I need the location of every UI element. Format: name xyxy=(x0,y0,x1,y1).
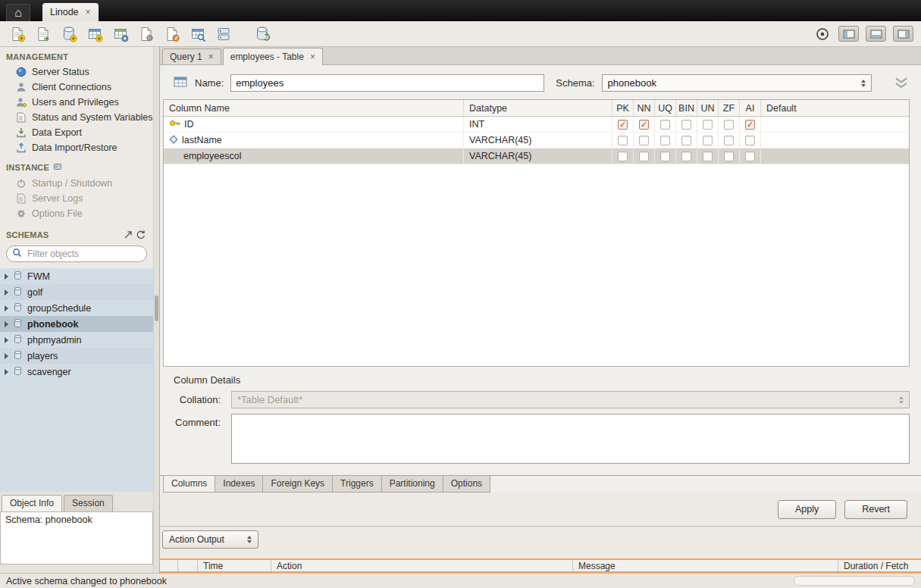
col-header-ai[interactable]: AI xyxy=(740,100,761,116)
uq-checkbox[interactable] xyxy=(660,136,670,145)
create-view-icon[interactable] xyxy=(111,24,130,44)
expander-icon[interactable] xyxy=(5,353,8,359)
uq-checkbox[interactable] xyxy=(660,120,670,130)
zf-checkbox[interactable] xyxy=(724,120,734,130)
column-row-id[interactable]: ID INT xyxy=(164,117,909,133)
pk-checkbox[interactable] xyxy=(618,136,628,145)
schema-item-fwm[interactable]: FWM xyxy=(0,268,153,284)
subtab-foreign-keys[interactable]: Foreign Keys xyxy=(262,476,333,493)
expander-icon[interactable] xyxy=(5,274,8,280)
col-header-bin[interactable]: BIN xyxy=(676,100,697,116)
sidebar-item-options-file[interactable]: Options File xyxy=(0,206,153,221)
create-procedure-icon[interactable] xyxy=(136,24,155,44)
subtab-partitioning[interactable]: Partitioning xyxy=(381,476,443,493)
schema-item-golf[interactable]: golf xyxy=(0,284,153,300)
col-header-zf[interactable]: ZF xyxy=(719,100,740,116)
col-header-un[interactable]: UN xyxy=(697,100,719,116)
output-col-message[interactable]: Message xyxy=(573,560,838,571)
schema-item-groupschedule[interactable]: groupSchedule xyxy=(0,300,153,316)
col-header-nn[interactable]: NN xyxy=(634,100,655,116)
sidebar-item-startup-shutdown[interactable]: Startup / Shutdown xyxy=(0,176,153,191)
close-icon[interactable]: × xyxy=(208,52,214,61)
tab-employees-table[interactable]: employees - Table × xyxy=(223,48,323,65)
expander-icon[interactable] xyxy=(5,369,8,375)
table-name-input[interactable] xyxy=(230,74,544,92)
col-header-uq[interactable]: UQ xyxy=(655,100,676,116)
col-header-name[interactable]: Column Name xyxy=(164,100,464,116)
schema-select[interactable]: phonebook xyxy=(602,74,872,92)
pk-checkbox[interactable] xyxy=(618,120,628,130)
ai-checkbox[interactable] xyxy=(745,136,755,145)
nn-checkbox[interactable] xyxy=(639,136,649,145)
create-function-icon[interactable]: f xyxy=(162,24,181,44)
grid-empty-area[interactable] xyxy=(164,164,909,366)
open-sql-script-icon[interactable] xyxy=(33,24,52,44)
home-tab-button[interactable]: ⌂ xyxy=(6,4,30,21)
toggle-bottom-panel-button[interactable] xyxy=(866,26,886,42)
column-default[interactable] xyxy=(761,149,909,164)
sidebar-item-data-export[interactable]: Data Export xyxy=(0,125,153,140)
column-datatype[interactable]: INT xyxy=(464,117,612,132)
subtab-indexes[interactable]: Indexes xyxy=(215,476,263,493)
column-datatype[interactable]: VARCHAR(45) xyxy=(464,149,612,164)
tab-session[interactable]: Session xyxy=(64,495,113,511)
schema-filter-input[interactable] xyxy=(26,248,141,260)
nn-checkbox[interactable] xyxy=(639,120,649,130)
expander-icon[interactable] xyxy=(5,305,8,311)
schema-item-scavenger[interactable]: scavenger xyxy=(0,364,153,380)
create-schema-icon[interactable] xyxy=(59,24,78,44)
column-row-lastname[interactable]: lastName VARCHAR(45) xyxy=(164,133,909,149)
un-checkbox[interactable] xyxy=(703,136,713,145)
tab-object-info[interactable]: Object Info xyxy=(2,495,62,511)
refresh-schemas-icon[interactable] xyxy=(134,229,147,240)
comment-textarea[interactable] xyxy=(231,414,910,464)
pk-checkbox[interactable] xyxy=(618,152,628,161)
nn-checkbox[interactable] xyxy=(639,152,649,161)
sidebar-item-client-connections[interactable]: Client Connections xyxy=(0,80,153,95)
reconnect-dbms-icon[interactable] xyxy=(252,24,271,44)
tab-query-1[interactable]: Query 1 × xyxy=(162,48,221,64)
schema-item-players[interactable]: players xyxy=(0,348,153,364)
column-datatype[interactable]: VARCHAR(45) xyxy=(464,133,612,148)
subtab-options[interactable]: Options xyxy=(443,476,490,493)
create-table-icon[interactable] xyxy=(85,24,104,44)
toggle-left-sidebar-button[interactable] xyxy=(838,26,859,42)
expand-schemas-icon[interactable] xyxy=(121,229,134,240)
output-col-time[interactable]: Time xyxy=(198,560,271,571)
col-header-datatype[interactable]: Datatype xyxy=(464,100,612,116)
expander-icon[interactable] xyxy=(5,321,8,327)
un-checkbox[interactable] xyxy=(703,152,713,161)
sidebar-item-server-status[interactable]: Server Status xyxy=(0,64,153,80)
revert-button[interactable]: Revert xyxy=(844,500,907,519)
col-header-default[interactable]: Default xyxy=(761,100,909,116)
sidebar-item-server-logs[interactable]: Server Logs xyxy=(0,191,153,206)
close-icon[interactable]: × xyxy=(86,8,91,17)
bin-checkbox[interactable] xyxy=(681,136,691,145)
column-default[interactable] xyxy=(761,117,909,132)
output-type-select[interactable]: Action Output xyxy=(162,530,258,549)
toggle-right-sidebar-button[interactable] xyxy=(893,26,913,42)
sidebar-scrollbar[interactable] xyxy=(153,47,159,573)
sidebar-item-data-import[interactable]: Data Import/Restore xyxy=(0,140,153,155)
status-scrollbar[interactable] xyxy=(794,576,915,586)
expander-icon[interactable] xyxy=(5,289,8,296)
search-table-data-icon[interactable] xyxy=(188,24,207,44)
close-icon[interactable]: × xyxy=(310,52,315,61)
schema-item-phonebook[interactable]: phonebook xyxy=(0,316,153,332)
scrollbar-thumb[interactable] xyxy=(155,296,158,321)
bin-checkbox[interactable] xyxy=(681,152,691,161)
apply-button[interactable]: Apply xyxy=(778,500,836,519)
schema-item-phpmyadmin[interactable]: phpmyadmin xyxy=(0,332,153,348)
collapse-header-icon[interactable] xyxy=(893,77,910,89)
subtab-triggers[interactable]: Triggers xyxy=(332,476,382,493)
ai-checkbox[interactable] xyxy=(745,120,755,130)
expander-icon[interactable] xyxy=(5,337,8,343)
un-checkbox[interactable] xyxy=(703,120,713,130)
new-query-tab-icon[interactable] xyxy=(8,24,27,44)
column-default[interactable] xyxy=(761,133,909,148)
zf-checkbox[interactable] xyxy=(724,136,734,145)
bin-checkbox[interactable] xyxy=(681,120,691,130)
col-header-pk[interactable]: PK xyxy=(612,100,634,116)
ai-checkbox[interactable] xyxy=(745,152,755,161)
uq-checkbox[interactable] xyxy=(660,152,670,161)
